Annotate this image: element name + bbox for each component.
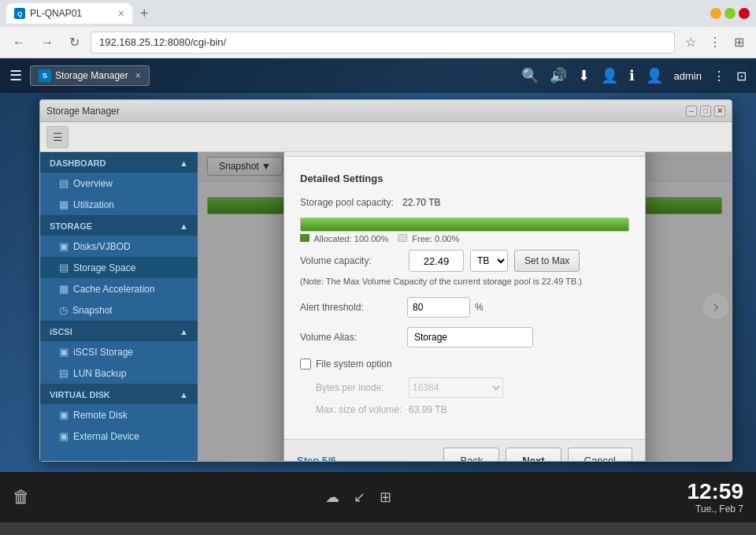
address-bar[interactable] xyxy=(91,32,675,54)
sm-titlebar: Storage Manager – □ ✕ xyxy=(40,100,732,122)
file-system-option-row: File system option xyxy=(300,359,629,370)
sidebar-item-iscsi-storage[interactable]: ▣ iSCSI Storage xyxy=(40,341,198,362)
info-icon[interactable]: ℹ xyxy=(629,67,635,84)
user-switch-icon[interactable]: 👤 xyxy=(601,67,618,84)
taskbar-menu-button[interactable]: ☰ xyxy=(9,67,22,84)
cloud-icon[interactable]: ☁ xyxy=(325,489,339,506)
capacity-bar xyxy=(300,217,629,232)
sidebar-item-lun-backup[interactable]: ▤ LUN Backup xyxy=(40,362,198,384)
cancel-button[interactable]: Cancel xyxy=(568,448,632,461)
taskbar-close-btn[interactable]: × xyxy=(135,70,141,81)
volume-icon[interactable]: 🔊 xyxy=(550,67,567,84)
clock-time: 12:59 xyxy=(687,480,743,504)
taskbar-right: 🔍 🔊 ⬇ 👤 ℹ 👤 admin ⋮ ⊡ xyxy=(521,67,747,84)
alert-threshold-row: Alert threshold: % xyxy=(300,297,629,318)
volume-creation-wizard-dialog: Volume Creation Wizard × Detailed Settin… xyxy=(284,152,646,461)
sidebar-item-storage-space[interactable]: ▤ Storage Space xyxy=(40,257,198,278)
download-icon[interactable]: ⬇ xyxy=(578,67,590,84)
sm-minimize-btn[interactable]: – xyxy=(686,106,697,117)
next-button[interactable]: Next xyxy=(506,448,561,461)
iscsi-icon: ▣ xyxy=(59,346,69,358)
taskbar-app-storage[interactable]: S Storage Manager × xyxy=(30,65,150,86)
bottom-center-icons: ☁ ↙ ⊞ xyxy=(325,489,391,506)
taskbar-app-label: Storage Manager xyxy=(55,70,128,81)
maximize-button[interactable] xyxy=(724,8,736,19)
close-button[interactable] xyxy=(739,8,750,19)
capacity-bar-fill xyxy=(301,218,628,231)
sm-title: Storage Manager xyxy=(46,106,120,117)
sidebar-item-utilization[interactable]: ▦ Utilization xyxy=(40,194,198,215)
extension-icon[interactable]: ⊞ xyxy=(730,33,748,51)
user-label: admin xyxy=(674,70,702,82)
bytes-per-inode-row: Bytes per inode: 16384 xyxy=(316,377,629,398)
alert-threshold-input[interactable] xyxy=(407,297,470,318)
browser-tab[interactable]: Q PL-QNAP01 × xyxy=(6,3,132,24)
sidebar-item-remote-disk[interactable]: ▣ Remote Disk xyxy=(40,404,198,425)
bottom-bar: 🗑 ☁ ↙ ⊞ 12:59 Tue., Feb 7 xyxy=(0,472,756,522)
refresh-nav-button[interactable]: ↻ xyxy=(65,32,84,53)
trash-icon[interactable]: 🗑 xyxy=(13,487,30,507)
capacity-labels: Allocated: 100.00% Free: 0.00% xyxy=(300,234,629,243)
cache-icon: ▦ xyxy=(59,283,69,295)
lun-icon: ▤ xyxy=(59,367,69,379)
note-text: (Note: The Max Volume Capacity of the cu… xyxy=(300,277,629,286)
alert-threshold-unit: % xyxy=(475,302,484,313)
volume-capacity-label: Volume capacity: xyxy=(300,255,402,266)
search-icon[interactable]: 🔍 xyxy=(521,67,539,84)
bottom-left-icons: 🗑 xyxy=(13,487,30,507)
storage-space-icon: ▤ xyxy=(59,262,69,273)
sidebar-section-iscsi: iSCSI ▲ xyxy=(40,321,198,341)
storage-manager-window: Storage Manager – □ ✕ ☰ DASHBOARD ▲ ▤ Ov… xyxy=(39,99,732,462)
external-device-icon: ▣ xyxy=(59,430,69,442)
section-title: Detailed Settings xyxy=(300,173,629,184)
sidebar-item-external-device[interactable]: ▣ External Device xyxy=(40,425,198,447)
volume-capacity-unit-select[interactable]: TB GB xyxy=(470,250,508,272)
set-to-max-button[interactable]: Set to Max xyxy=(514,250,580,272)
dialog-body: Detailed Settings Storage pool capacity:… xyxy=(284,157,645,439)
star-icon[interactable]: ☆ xyxy=(681,33,700,51)
app-icon: S xyxy=(39,69,51,82)
window-controls xyxy=(710,8,750,19)
free-dot xyxy=(398,234,407,242)
qnap-icon[interactable]: ⊡ xyxy=(736,69,747,84)
new-tab-button[interactable]: + xyxy=(140,6,149,22)
sm-toolbar: ☰ xyxy=(40,122,732,152)
back-nav-button[interactable]: ← xyxy=(8,32,30,53)
sm-close-btn[interactable]: ✕ xyxy=(714,106,725,117)
volume-alias-input[interactable] xyxy=(407,327,533,347)
bytes-per-inode-label: Bytes per inode: xyxy=(316,382,402,393)
taskbar: ☰ S Storage Manager × 🔍 🔊 ⬇ 👤 ℹ 👤 admin … xyxy=(0,58,756,93)
sm-maximize-btn[interactable]: □ xyxy=(700,106,711,117)
allocated-dot xyxy=(300,234,309,242)
more-icon[interactable]: ⋮ xyxy=(705,33,725,51)
arrow-icon[interactable]: ↙ xyxy=(354,489,365,506)
allocated-label: Allocated: 100.00% xyxy=(300,234,388,243)
file-system-checkbox[interactable] xyxy=(300,359,311,370)
storage-pool-capacity-row: Storage pool capacity: 22.70 TB xyxy=(300,197,629,208)
more-menu-icon[interactable]: ⋮ xyxy=(713,69,725,84)
forward-nav-button[interactable]: → xyxy=(36,32,58,53)
tab-close-btn[interactable]: × xyxy=(118,8,124,19)
volume-capacity-input[interactable] xyxy=(409,250,464,272)
volume-capacity-row: Volume capacity: TB GB Set to Max xyxy=(300,250,629,272)
remote-disk-icon: ▣ xyxy=(59,409,69,421)
sidebar-section-storage: STORAGE ▲ xyxy=(40,215,198,236)
sm-toolbar-icon[interactable]: ☰ xyxy=(46,126,69,148)
sidebar-item-disks[interactable]: ▣ Disks/VJBOD xyxy=(40,236,198,257)
back-button[interactable]: Back xyxy=(443,448,499,461)
minimize-button[interactable] xyxy=(710,8,721,19)
sidebar-item-snapshot[interactable]: ◷ Snapshot xyxy=(40,299,198,321)
sidebar-item-overview[interactable]: ▤ Overview xyxy=(40,173,198,194)
sm-body: DASHBOARD ▲ ▤ Overview ▦ Utilization STO… xyxy=(40,152,732,461)
clock-date: Tue., Feb 7 xyxy=(687,503,743,515)
max-size-label: Max. size of volume: xyxy=(316,404,402,415)
grid-icon[interactable]: ⊞ xyxy=(380,489,391,506)
browser-titlebar: Q PL-QNAP01 × + xyxy=(0,0,756,27)
profile-icon[interactable]: 👤 xyxy=(646,67,663,84)
sidebar-section-dashboard: DASHBOARD ▲ xyxy=(40,152,198,173)
storage-pool-capacity-value: 22.70 TB xyxy=(402,197,440,208)
volume-alias-label: Volume Alias: xyxy=(300,332,402,343)
browser-chrome: Q PL-QNAP01 × + ← → ↻ ☆ ⋮ ⊞ xyxy=(0,0,756,58)
storage-pool-capacity-label: Storage pool capacity: xyxy=(300,197,402,208)
sidebar-item-cache[interactable]: ▦ Cache Acceleration xyxy=(40,278,198,299)
